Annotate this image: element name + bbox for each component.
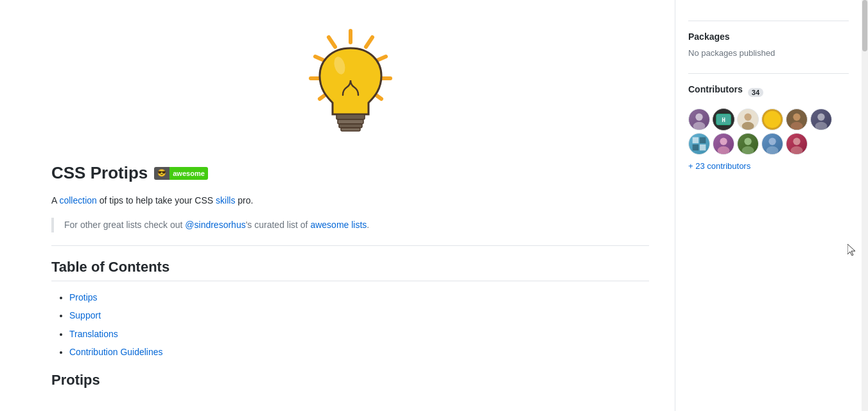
svg-point-37 (791, 146, 803, 155)
avatar-1[interactable] (688, 109, 710, 130)
protips-heading: Protips (51, 372, 649, 389)
packages-title: Packages (688, 31, 849, 42)
avatar-6[interactable] (810, 109, 832, 130)
svg-point-30 (720, 138, 727, 145)
svg-point-36 (793, 138, 800, 145)
avatars-grid: H (688, 109, 849, 155)
avatar-10[interactable] (761, 133, 783, 155)
svg-rect-28 (693, 144, 699, 150)
packages-empty: No packages published (688, 48, 849, 58)
svg-point-18 (744, 114, 751, 121)
badge-left: 😎 (154, 167, 169, 180)
svg-point-35 (767, 146, 779, 155)
toc-link-contribution[interactable]: Contribution Guidelines (69, 347, 163, 357)
avatar-7[interactable] (688, 133, 710, 155)
toc-item-support: Support (69, 308, 649, 322)
sidebar-top-divider (688, 21, 849, 21)
svg-rect-11 (338, 119, 363, 124)
avatar-4[interactable] (761, 109, 783, 130)
toc-item-translations: Translations (69, 327, 649, 341)
avatar-9[interactable] (737, 133, 759, 155)
contributors-count: 34 (748, 88, 763, 97)
blockquote: For other great lists check out @sindres… (51, 218, 649, 232)
sidebar-mid-divider (688, 73, 849, 74)
svg-point-20 (764, 111, 781, 128)
lightbulb-icon (286, 19, 415, 148)
svg-point-32 (744, 138, 751, 145)
skills-link[interactable]: skills (216, 195, 235, 206)
more-contributors-link[interactable]: + 23 contributors (688, 161, 849, 171)
avatar-2[interactable]: H (713, 109, 734, 130)
toc-heading: Table of Contents (51, 259, 649, 281)
svg-rect-13 (341, 128, 360, 131)
description: A collection of tips to help take your C… (51, 193, 649, 207)
svg-point-22 (791, 122, 803, 130)
svg-point-33 (742, 146, 754, 155)
svg-rect-26 (693, 137, 699, 143)
divider-1 (51, 245, 649, 246)
scrollbar-thumb[interactable] (862, 0, 867, 51)
contributors-title: Contributors (688, 84, 743, 94)
svg-point-15 (693, 122, 706, 130)
sidebar: Packages No packages published Contribut… (675, 0, 862, 411)
svg-point-24 (815, 122, 828, 130)
svg-rect-29 (700, 144, 706, 150)
collection-link[interactable]: collection (59, 195, 96, 206)
packages-section: Packages No packages published (688, 31, 849, 58)
toc-link-translations[interactable]: Translations (69, 329, 118, 339)
svg-line-1 (366, 37, 372, 47)
svg-point-19 (742, 122, 754, 130)
svg-rect-27 (700, 137, 706, 143)
svg-point-23 (817, 114, 824, 121)
toc-link-support[interactable]: Support (69, 310, 101, 320)
scrollbar[interactable] (862, 0, 868, 411)
svg-point-14 (695, 114, 702, 121)
avatar-5[interactable] (786, 109, 808, 130)
avatar-8[interactable] (713, 133, 734, 155)
toc-item-protips: Protips (69, 290, 649, 304)
awesome-lists-link[interactable]: awesome lists (310, 220, 367, 230)
contributors-section: Contributors 34 H (688, 84, 849, 171)
avatar-3[interactable] (737, 109, 759, 130)
avatar-11[interactable] (786, 133, 808, 155)
svg-rect-12 (339, 124, 362, 128)
main-content: CSS Protips 😎 awesome A collection of ti… (0, 0, 675, 411)
sindresorhus-link[interactable]: @sindresorhus (185, 220, 245, 230)
toc-link-protips[interactable]: Protips (69, 292, 98, 302)
badge-container: 😎 awesome (154, 167, 208, 180)
contributors-header: Contributors 34 (688, 84, 849, 101)
svg-point-34 (768, 138, 776, 145)
title-row: CSS Protips 😎 awesome (51, 163, 649, 183)
toc-item-contribution: Contribution Guidelines (69, 345, 649, 359)
hero-image (51, 19, 649, 148)
svg-rect-10 (336, 114, 365, 119)
svg-point-31 (718, 146, 730, 155)
page-title: CSS Protips (51, 163, 148, 183)
svg-point-21 (793, 114, 800, 121)
badge-right: awesome (169, 167, 208, 180)
svg-line-5 (329, 37, 335, 47)
svg-text:H: H (722, 116, 725, 123)
toc-list: Protips Support Translations Contributio… (51, 290, 649, 360)
